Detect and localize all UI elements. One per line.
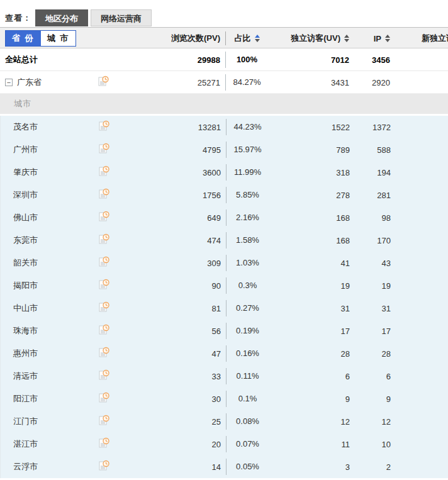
city-pct: 44.23% [221,116,274,138]
province-row: − 广东省 25271 84.27% 3431 2920 [0,71,448,94]
table-row: 韶关市 309 1.03% 41 43 [1,252,448,274]
city-name: 茂名市 [1,121,95,133]
summary-row: 全站总计 29988 100% 7012 3456 [0,48,448,71]
city-name: 东莞市 [1,235,95,246]
column-header-uv[interactable]: 独立访客(UV) [274,33,352,44]
city-pct: 1.58% [221,229,274,252]
city-name: 广州市 [1,144,95,155]
table-row: 云浮市 14 0.05% 3 2 [1,455,448,478]
view-label: 查看 : [5,9,29,26]
trend-report-icon[interactable] [98,120,110,133]
table-row: 广州市 4795 15.97% 789 588 [1,138,448,161]
city-uv: 168 [274,213,353,223]
city-uv: 6 [274,372,353,381]
city-uv: 31 [274,304,353,313]
city-pv: 30 [130,394,221,404]
city-pv: 649 [130,213,221,223]
trend-report-icon[interactable] [98,437,110,450]
column-header-pct[interactable]: 占比 [220,28,274,49]
trend-report-icon[interactable] [98,323,110,337]
province-pct: 84.27% [220,71,274,94]
city-uv: 278 [274,191,353,200]
tab-network-operator[interactable]: 网络运营商 [91,9,152,26]
table-row: 肇庆市 3600 11.99% 318 194 [1,161,448,184]
city-pct: 11.99% [221,161,274,184]
sort-icon-pct[interactable] [255,35,260,42]
tab-region-distribution[interactable]: 地区分布 [35,9,88,26]
table-row: 江门市 25 0.08% 12 12 [1,410,448,433]
column-header-pct-label: 占比 [235,33,251,44]
city-pv: 3600 [130,168,221,177]
city-ip: 28 [353,349,394,359]
city-ip: 6 [353,372,394,381]
city-uv: 19 [274,281,353,291]
city-pv: 4795 [130,145,221,155]
table-row: 惠州市 47 0.16% 28 28 [1,342,448,365]
city-name: 珠海市 [1,325,95,337]
summary-row-label: 全站总计 [0,54,129,65]
city-pct: 5.85% [221,184,274,206]
trend-report-icon[interactable] [98,255,110,269]
province-pv: 25271 [129,78,220,87]
city-section-header: 城市 [0,94,448,114]
trend-report-icon[interactable] [98,165,110,178]
collapse-icon[interactable]: − [5,79,13,86]
trend-report-icon[interactable] [98,210,110,223]
column-header-pv: 浏览次数(PV) [129,33,220,44]
city-ip: 170 [353,236,394,245]
summary-ip: 3456 [352,55,393,65]
city-pct: 2.16% [221,206,274,229]
city-rows: 茂名市 13281 44.23% 1522 1372 广州市 [0,116,448,478]
city-name: 清远市 [1,371,95,382]
city-ip: 2 [353,462,394,472]
view-tabbar: 查看 : 地区分布 网络运营商 [0,0,448,27]
trend-report-icon[interactable] [98,142,110,155]
sort-icon-uv[interactable] [344,35,349,42]
city-pct: 0.07% [221,433,274,455]
city-name: 中山市 [1,303,95,314]
table-row: 清远市 33 0.11% 6 6 [1,365,448,388]
city-pv: 81 [130,304,221,313]
trend-report-icon[interactable] [98,301,110,314]
trend-report-icon[interactable] [98,391,110,405]
table-row: 佛山市 649 2.16% 168 98 [1,206,448,229]
trend-report-icon[interactable] [98,75,109,88]
province-uv: 3431 [274,78,352,87]
trend-report-icon[interactable] [98,233,110,246]
table-header: 省 份 城 市 浏览次数(PV) 占比 独立访客(UV) IP 新独立访客 [0,27,448,48]
city-name: 阳江市 [1,393,95,405]
city-ip: 43 [353,259,394,268]
trend-report-icon[interactable] [98,346,110,359]
city-uv: 168 [274,236,353,245]
sort-icon-ip[interactable] [385,35,390,42]
city-pv: 13281 [130,123,221,132]
toggle-city-button[interactable]: 城 市 [41,31,76,46]
city-pct: 0.08% [221,410,274,433]
city-ip: 12 [353,417,394,427]
trend-report-icon[interactable] [98,459,110,472]
city-name: 佛山市 [1,212,95,223]
city-pct: 1.03% [221,252,274,274]
trend-report-icon[interactable] [98,187,110,201]
trend-report-icon[interactable] [98,414,110,427]
table-row: 中山市 81 0.27% 31 31 [1,297,448,320]
table-row: 东莞市 474 1.58% 168 170 [1,229,448,252]
city-ip: 19 [353,281,394,291]
city-pv: 25 [130,417,221,427]
trend-report-icon[interactable] [98,369,110,382]
toggle-province-button[interactable]: 省 份 [6,31,41,46]
province-ip: 2920 [352,78,393,87]
city-pv: 47 [130,349,221,359]
table-row: 湛江市 20 0.07% 11 10 [1,433,448,455]
city-name: 揭阳市 [1,280,95,291]
city-pct: 0.11% [221,365,274,388]
trend-report-icon[interactable] [98,278,110,291]
column-header-ip[interactable]: IP [352,34,393,43]
column-header-uv-label: 独立访客(UV) [291,33,340,44]
city-pct: 0.05% [221,455,274,478]
city-pv: 474 [130,236,221,245]
city-ip: 1372 [353,123,394,132]
summary-pct: 100% [220,48,274,71]
city-ip: 588 [353,145,394,155]
city-uv: 318 [274,168,353,177]
